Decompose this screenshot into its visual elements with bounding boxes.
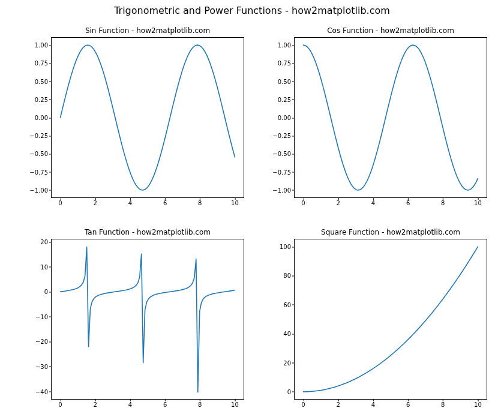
ytick-label: −0.50 [29,151,52,157]
ytick-label: 0.75 [278,60,295,67]
xtick-label: 2 [337,197,340,206]
ytick-label: −0.75 [29,169,52,175]
ytick-label: −1.00 [272,187,295,193]
xtick-label: 2 [94,197,97,206]
ytick-label: −40 [35,388,52,395]
ytick-label: −20 [35,338,52,345]
xtick-label: 10 [231,197,239,206]
subplot-tan: Tan Function - how2matplotlib.com−40−30−… [51,239,244,400]
series-line [52,38,244,197]
xtick-label: 10 [231,399,239,408]
xtick-label: 8 [441,197,445,206]
xtick-label: 6 [163,197,167,206]
ytick-label: −0.75 [272,169,295,175]
xtick-label: 4 [128,197,132,206]
xtick-label: 6 [163,399,167,408]
xtick-label: 0 [301,399,305,408]
axes-frame: −1.00−0.75−0.50−0.250.000.250.500.751.00… [294,37,487,198]
subplot-title: Square Function - how2matplotlib.com [294,228,487,236]
ytick-label: 100 [280,244,295,250]
ytick-label: −0.25 [29,133,52,139]
subplot-cos: Cos Function - how2matplotlib.com−1.00−0… [294,37,487,198]
axes-frame: 0204060801000246810 [294,239,487,400]
ytick-label: 0.00 [35,115,52,121]
xtick-label: 10 [474,399,482,408]
ytick-label: 40 [283,331,295,337]
ytick-label: 80 [283,272,295,279]
subplot-title: Sin Function - how2matplotlib.com [51,26,244,35]
series-line [52,239,244,399]
subplot-square: Square Function - how2matplotlib.com0204… [294,239,487,400]
ytick-label: 0.50 [278,78,295,85]
ytick-label: 0.25 [278,96,295,103]
xtick-label: 2 [94,399,97,408]
ytick-label: −1.00 [29,187,52,193]
axes-frame: −1.00−0.75−0.50−0.250.000.250.500.751.00… [51,37,244,198]
ytick-label: 0.75 [35,60,52,67]
subplot-title: Cos Function - how2matplotlib.com [294,26,487,35]
ytick-label: 0.00 [278,115,295,121]
ytick-label: 60 [283,301,295,308]
subplot-title: Tan Function - how2matplotlib.com [51,228,244,236]
ytick-label: −0.50 [272,151,295,157]
xtick-label: 8 [198,399,202,408]
xtick-label: 10 [474,197,482,206]
ytick-label: 1.00 [278,42,295,49]
subplot-sin: Sin Function - how2matplotlib.com−1.00−0… [51,37,244,198]
figure: Trigonometric and Power Functions - how2… [0,0,504,420]
xtick-label: 4 [128,399,132,408]
ytick-label: 0 [287,388,295,395]
ytick-label: 20 [40,239,52,245]
xtick-label: 0 [58,399,62,408]
xtick-label: 6 [406,197,410,206]
ytick-label: 0.25 [35,96,52,103]
ytick-label: 0 [44,289,52,295]
ytick-label: 1.00 [35,42,52,49]
ytick-label: −10 [35,313,52,320]
figure-suptitle: Trigonometric and Power Functions - how2… [0,5,504,16]
xtick-label: 4 [371,197,375,206]
series-line [295,239,487,399]
xtick-label: 4 [371,399,375,408]
series-line [295,38,487,197]
axes-frame: −40−30−20−10010200246810 [51,239,244,400]
xtick-label: 0 [301,197,305,206]
ytick-label: −0.25 [272,133,295,139]
ytick-label: 20 [283,359,295,366]
ytick-label: −30 [35,363,52,370]
xtick-label: 8 [198,197,202,206]
xtick-label: 8 [441,399,445,408]
ytick-label: 10 [40,263,52,270]
ytick-label: 0.50 [35,78,52,85]
xtick-label: 0 [58,197,62,206]
xtick-label: 2 [337,399,340,408]
xtick-label: 6 [406,399,410,408]
